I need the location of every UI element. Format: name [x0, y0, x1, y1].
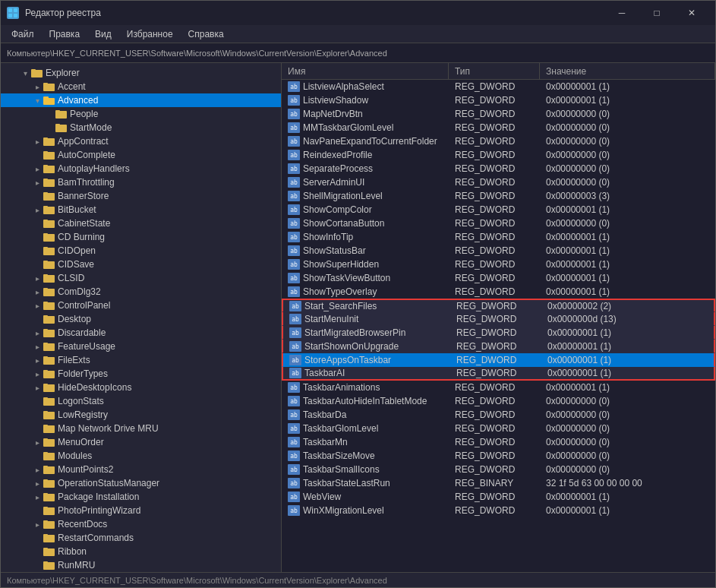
tree-item-cidsave[interactable]: CIDSave — [1, 258, 281, 271]
menu-view[interactable]: Вид — [87, 25, 119, 43]
expand-toggle[interactable]: ▸ — [31, 466, 43, 474]
tree-item-clsid[interactable]: ▸ CLSID — [1, 271, 281, 285]
tree-item-accent[interactable]: ▸ Accent — [1, 80, 281, 93]
tree-item-photoprintingwizard[interactable]: PhotoPrintingWizard — [1, 504, 281, 517]
minimize-button[interactable]: ─ — [604, 1, 639, 25]
table-row[interactable]: ab ShowSuperHidden REG_DWORD 0x00000001 … — [282, 258, 715, 271]
expand-toggle[interactable]: ▸ — [31, 83, 43, 91]
table-row[interactable]: ab Start_SearchFiles REG_DWORD 0x0000000… — [282, 299, 715, 312]
tree-item-foldertypes[interactable]: ▸ FolderTypes — [1, 367, 281, 381]
table-row[interactable]: ab WinXMigrationLevel REG_DWORD 0x000000… — [282, 504, 715, 517]
tree-item-featureusage[interactable]: ▸ FeatureUsage — [1, 340, 281, 353]
tree-item-packageinstallation[interactable]: ▸ Package Installation — [1, 490, 281, 504]
tree-item-mountpoints2[interactable]: ▸ MountPoints2 — [1, 463, 281, 476]
table-row[interactable]: ab MapNetDrvBtn REG_DWORD 0x00000000 (0) — [282, 107, 715, 121]
menu-help[interactable]: Справка — [181, 25, 232, 43]
tree-item-people[interactable]: People — [1, 107, 281, 121]
expand-toggle[interactable]: ▸ — [31, 520, 43, 529]
cell-type: REG_DWORD — [449, 394, 540, 407]
table-row[interactable]: ab TaskbarSmallIcons REG_DWORD 0x0000000… — [282, 463, 715, 476]
expand-toggle[interactable]: ▸ — [31, 329, 43, 337]
tree-item-desktop[interactable]: Desktop — [1, 312, 281, 326]
table-row[interactable]: ab ShowCortanaButton REG_DWORD 0x0000000… — [282, 217, 715, 230]
tree-item-hidedesktopicons[interactable]: ▸ HideDesktopIcons — [1, 381, 281, 394]
tree-item-restartcommands[interactable]: RestartCommands — [1, 531, 281, 545]
table-row[interactable]: ab ShowInfoTip REG_DWORD 0x00000001 (1) — [282, 230, 715, 244]
tree-panel[interactable]: ▾ Explorer ▸ Accent ▾ Advanced — [1, 63, 282, 572]
expand-toggle[interactable]: ▸ — [31, 165, 43, 173]
table-row[interactable]: ab TaskbarDa REG_DWORD 0x00000000 (0) — [282, 408, 715, 422]
expand-toggle[interactable]: ▸ — [31, 179, 43, 187]
expand-toggle[interactable]: ▸ — [31, 438, 43, 447]
tree-item-runmru[interactable]: RunMRU — [1, 558, 281, 572]
tree-item-operationstatusmanager[interactable]: ▸ OperationStatusManager — [1, 476, 281, 490]
table-row[interactable]: ab StoreAppsOnTaskbar REG_DWORD 0x000000… — [282, 353, 715, 367]
menu-favorites[interactable]: Избранное — [119, 25, 181, 43]
tree-item-appcontract[interactable]: ▸ AppContract — [1, 134, 281, 148]
expand-toggle[interactable]: ▾ — [19, 69, 31, 77]
tree-item-discardable[interactable]: ▸ Discardable — [1, 326, 281, 340]
table-body[interactable]: ab ListviewAlphaSelect REG_DWORD 0x00000… — [282, 80, 715, 572]
menu-file[interactable]: Файл — [4, 25, 42, 43]
tree-item-autocomplete[interactable]: AutoComplete — [1, 148, 281, 162]
table-row[interactable]: ab ShowStatusBar REG_DWORD 0x00000001 (1… — [282, 244, 715, 258]
tree-item-recentdocs[interactable]: ▸ RecentDocs — [1, 517, 281, 531]
table-row[interactable]: ab TaskbarMn REG_DWORD 0x00000000 (0) — [282, 435, 715, 449]
expand-toggle[interactable]: ▸ — [31, 288, 43, 296]
tree-item-controlpanel[interactable]: ▸ ControlPanel — [1, 299, 281, 312]
expand-toggle[interactable]: ▸ — [31, 302, 43, 310]
table-row[interactable]: ab ServerAdminUI REG_DWORD 0x00000000 (0… — [282, 175, 715, 189]
table-row[interactable]: ab TaskbarAnimations REG_DWORD 0x0000000… — [282, 381, 715, 394]
table-row[interactable]: ab TaskbarAI REG_DWORD 0x00000001 (1) — [282, 367, 715, 381]
table-row[interactable]: ab TaskbarGlomLevel REG_DWORD 0x00000000… — [282, 422, 715, 435]
expand-toggle[interactable]: ▸ — [31, 356, 43, 365]
table-row[interactable]: ab TaskbarSizeMove REG_DWORD 0x00000000 … — [282, 449, 715, 463]
menu-edit[interactable]: Правка — [42, 25, 88, 43]
tree-item-menuorder[interactable]: ▸ MenuOrder — [1, 435, 281, 449]
expand-toggle[interactable]: ▸ — [31, 493, 43, 501]
expand-toggle[interactable]: ▸ — [31, 384, 43, 392]
tree-item-startmode[interactable]: StartMode — [1, 121, 281, 134]
table-row[interactable]: ab ShowTypeOverlay REG_DWORD 0x00000001 … — [282, 285, 715, 299]
expand-toggle[interactable]: ▸ — [31, 370, 43, 378]
table-row[interactable]: ab WebView REG_DWORD 0x00000001 (1) — [282, 490, 715, 504]
expand-toggle[interactable]: ▸ — [31, 138, 43, 146]
tree-item-explorer[interactable]: ▾ Explorer — [1, 66, 281, 80]
table-row[interactable]: ab ShellMigrationLevel REG_DWORD 0x00000… — [282, 189, 715, 203]
table-row[interactable]: ab ShowTaskViewButton REG_DWORD 0x000000… — [282, 271, 715, 285]
tree-item-logonstats[interactable]: LogonStats — [1, 394, 281, 408]
tree-item-modules[interactable]: Modules — [1, 449, 281, 463]
tree-item-bitbucket[interactable]: ▸ BitBucket — [1, 203, 281, 217]
expand-toggle[interactable]: ▸ — [31, 206, 43, 214]
tree-item-mapnetworkdrivemru[interactable]: Map Network Drive MRU — [1, 422, 281, 435]
table-row[interactable]: ab StartMigratedBrowserPin REG_DWORD 0x0… — [282, 326, 715, 340]
tree-item-lowregistry[interactable]: LowRegistry — [1, 408, 281, 422]
table-row[interactable]: ab MMTaskbarGlomLevel REG_DWORD 0x000000… — [282, 121, 715, 134]
expand-toggle[interactable]: ▸ — [31, 343, 43, 351]
expand-toggle[interactable]: ▸ — [31, 479, 43, 488]
tree-item-comdlg32[interactable]: ▸ ComDlg32 — [1, 285, 281, 299]
expand-toggle[interactable]: ▸ — [31, 274, 43, 283]
close-button[interactable]: ✕ — [674, 1, 709, 25]
tree-item-advanced[interactable]: ▾ Advanced — [1, 93, 281, 107]
tree-item-cidopen[interactable]: CIDOpen — [1, 244, 281, 258]
table-row[interactable]: ab StartShownOnUpgrade REG_DWORD 0x00000… — [282, 340, 715, 353]
table-row[interactable]: ab TaskbarStateLastRun REG_BINARY 32 1f … — [282, 476, 715, 490]
expand-toggle[interactable]: ▾ — [31, 96, 43, 105]
table-row[interactable]: ab NavPaneExpandToCurrentFolder REG_DWOR… — [282, 134, 715, 148]
tree-item-cdburning[interactable]: CD Burning — [1, 230, 281, 244]
tree-item-ribbon[interactable]: Ribbon — [1, 545, 281, 558]
table-row[interactable]: ab TaskbarAutoHideInTabletMode REG_DWORD… — [282, 394, 715, 408]
maximize-button[interactable]: □ — [639, 1, 674, 25]
tree-item-autoplayhandlers[interactable]: ▸ AutoplayHandlers — [1, 162, 281, 175]
table-row[interactable]: ab ReindexedProfile REG_DWORD 0x00000000… — [282, 148, 715, 162]
table-row[interactable]: ab ListviewShadow REG_DWORD 0x00000001 (… — [282, 93, 715, 107]
table-row[interactable]: ab StartMenuInit REG_DWORD 0x0000000d (1… — [282, 312, 715, 326]
tree-item-fileexts[interactable]: ▸ FileExts — [1, 353, 281, 367]
tree-item-cabinetstate[interactable]: CabinetState — [1, 217, 281, 230]
table-row[interactable]: ab ShowCompColor REG_DWORD 0x00000001 (1… — [282, 203, 715, 217]
table-row[interactable]: ab ListviewAlphaSelect REG_DWORD 0x00000… — [282, 80, 715, 93]
table-row[interactable]: ab SeparateProcess REG_DWORD 0x00000000 … — [282, 162, 715, 175]
tree-item-bamthrottling[interactable]: ▸ BamThrottling — [1, 175, 281, 189]
tree-item-bannerstore[interactable]: BannerStore — [1, 189, 281, 203]
